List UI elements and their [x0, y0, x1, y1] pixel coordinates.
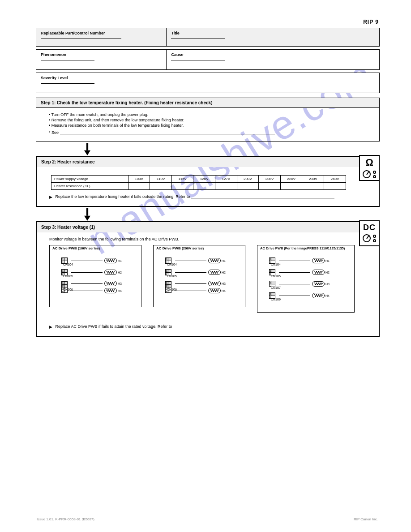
svg-marker-1 — [84, 150, 90, 155]
pwb-100v-title: AC Drive PWB (100V series) — [50, 245, 141, 250]
page-code: RIP 9 — [363, 19, 379, 25]
h3-label-2: H3 — [222, 282, 226, 285]
heater-icon — [312, 293, 325, 298]
heater-icon — [208, 288, 221, 293]
cn105-label-3: CN105 — [271, 275, 281, 278]
step2-replace-note: ▶ Replace the low temperature fixing hea… — [49, 194, 370, 199]
step1-b3-text: Measure resistance on both terminals of … — [51, 123, 184, 128]
pwb-box-200v: AC Drive PWB (200V series) CN104 12 H1 C… — [153, 245, 245, 307]
h3-label: H3 — [118, 282, 122, 285]
step1-see-note: * See — [49, 130, 370, 135]
phenomenon-label: Phenomenon — [41, 52, 162, 57]
cn109-label: CN109 — [271, 298, 281, 301]
cause-label: Cause — [171, 52, 375, 57]
step2-replace-text: Replace the low temperature fixing heate… — [56, 194, 190, 199]
heater-icon — [312, 270, 325, 275]
step1-title: Step 1: Check the low temperature fixing… — [36, 98, 379, 108]
pwb-ip-title: AC Drive PWB (For the imagePRESS 1110/11… — [257, 245, 354, 250]
heater-icon — [208, 270, 221, 275]
col-110v: 110V — [150, 176, 172, 183]
h1-label-3: H1 — [325, 259, 330, 262]
heater-icon — [104, 288, 117, 293]
h2-label-3: H2 — [325, 271, 330, 274]
col-127v: 127V — [215, 176, 237, 183]
col-200v: 200V — [237, 176, 259, 183]
pwb-box-100v: AC Drive PWB (100V series) CN104 12 H1 C… — [49, 245, 141, 307]
footer-left: Issue 1.01, K-PRR-0658-01 (B5687) — [37, 517, 94, 521]
arrow-1 — [84, 142, 90, 157]
dc-meter-dials — [360, 232, 379, 242]
step2-box: Ω Step 2: Heater resistance Power supply… — [36, 156, 380, 207]
h1-label-2: H1 — [222, 259, 226, 262]
cn106-label-2: CN106 — [167, 288, 177, 291]
dc-meter-icon: DC — [359, 220, 380, 246]
step1-see-prefix: * See — [49, 130, 59, 135]
svg-rect-0 — [86, 143, 88, 150]
step1-b1-text: Turn OFF the main switch, and unplug the… — [51, 112, 149, 117]
heater-icon — [104, 270, 117, 275]
col-240v: 240V — [324, 176, 346, 183]
heater-icon — [104, 281, 117, 286]
header-table: Replaceable Part/Control Number Title — [36, 28, 380, 47]
page-footer: Issue 1.01, K-PRR-0658-01 (B5687) RIP Ca… — [0, 517, 411, 521]
pwb-200v-title: AC Drive PWB (200V series) — [154, 245, 245, 250]
h4-label-2: H4 — [222, 289, 226, 292]
col-100v: 100V — [128, 176, 150, 183]
phenomenon-field — [41, 57, 94, 60]
h1-label: H1 — [118, 259, 122, 262]
h4-label-3: H4 — [325, 294, 330, 297]
heater-icon — [208, 258, 221, 263]
heater-icon — [208, 281, 221, 286]
step1-b2-text: Remove the fixing unit, and then remove … — [51, 118, 184, 122]
col-120v: 120V — [193, 176, 215, 183]
triangle-icon-2: ▶ — [49, 325, 52, 329]
step3-replace-text: Replace AC Drive PWB if fails to attain … — [56, 324, 172, 329]
severity-label: Severity Level — [41, 76, 375, 81]
control-number-label: Replaceable Part/Control Number — [41, 31, 162, 36]
h2-label: H2 — [118, 271, 122, 274]
step2-title: Step 2: Heater resistance — [37, 157, 379, 167]
heater-icon — [312, 281, 325, 287]
phenomenon-cause-table: Phenomenon Cause — [36, 49, 380, 70]
step1-bullet-3: • Measure resistance on both terminals o… — [49, 123, 370, 128]
step3-replace-note: ▶ Replace AC Drive PWB if fails to attai… — [49, 324, 370, 329]
cn106-label: CN106 — [63, 288, 73, 291]
h4-label: H4 — [118, 289, 122, 292]
resist-row-label: Heater resistance ( Ω ) — [51, 183, 128, 190]
control-number-field — [41, 36, 121, 39]
ohm-symbol: Ω — [360, 156, 379, 168]
step1-box: Step 1: Check the low temperature fixing… — [36, 98, 380, 142]
step1-bullet-1: • Turn OFF the main switch, and unplug t… — [49, 112, 370, 117]
resistance-table: Power supply voltage 100V 110V 115V 120V… — [51, 175, 346, 190]
pwb-diagram-row: AC Drive PWB (100V series) CN104 12 H1 C… — [49, 245, 370, 313]
step1-bullet-2: • Remove the fixing unit, and then remov… — [49, 118, 370, 122]
h2-label-2: H2 — [222, 271, 226, 274]
col-115v: 115V — [171, 176, 193, 183]
step3-title: Step 3: Heater voltage (1) — [37, 222, 379, 232]
svg-rect-2 — [86, 208, 88, 216]
cause-field — [171, 57, 225, 60]
cn104-label: CN104 — [63, 263, 73, 266]
step1-see-blank — [60, 131, 275, 134]
col-208v: 208V — [259, 176, 281, 183]
cn105-label-2: CN105 — [167, 275, 177, 278]
step3-desc: Monitor voltage in between the following… — [49, 237, 370, 241]
heater-icon — [104, 258, 117, 263]
severity-field — [41, 81, 94, 84]
cn105-label: CN105 — [63, 275, 73, 278]
step3-box: DC Step 3: Heater voltage (1) Monitor vo… — [36, 221, 380, 337]
title-label: Title — [171, 31, 375, 36]
col-230v: 230V — [302, 176, 324, 183]
col-220v: 220V — [280, 176, 302, 183]
voltage-row-label: Power supply voltage — [51, 176, 128, 183]
title-field — [171, 36, 225, 39]
severity-table: Severity Level — [36, 73, 380, 93]
arrow-2 — [84, 207, 90, 222]
cn107-label: CN107 — [271, 286, 281, 289]
ohmmeter-icon: Ω — [359, 155, 380, 181]
cn104-label-2: CN104 — [167, 263, 177, 266]
footer-right: RIP Canon Inc. — [354, 517, 378, 521]
step3-replace-blank — [173, 325, 334, 328]
h3-label-3: H3 — [325, 283, 330, 286]
meter-dials — [360, 168, 379, 178]
